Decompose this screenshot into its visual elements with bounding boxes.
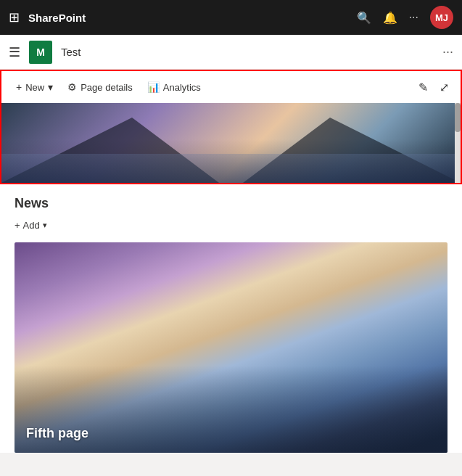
edit-icon[interactable]: ✎ bbox=[416, 78, 431, 97]
page-details-label: Page details bbox=[81, 82, 133, 93]
bell-icon[interactable]: 🔔 bbox=[383, 11, 397, 25]
gear-icon: ⚙ bbox=[67, 81, 77, 93]
nav-actions: 🔍 🔔 ··· MJ bbox=[357, 6, 453, 29]
add-plus-icon: + bbox=[15, 220, 20, 231]
site-logo: M bbox=[29, 41, 52, 64]
news-card-image bbox=[15, 242, 447, 453]
news-title: News bbox=[15, 196, 447, 211]
news-card[interactable]: Fifth page bbox=[15, 242, 447, 453]
new-button[interactable]: + New ▾ bbox=[10, 78, 59, 97]
site-more-icon[interactable]: ··· bbox=[442, 44, 453, 60]
avatar[interactable]: MJ bbox=[430, 6, 453, 29]
scrollbar-thumb[interactable] bbox=[455, 103, 461, 132]
hamburger-icon[interactable]: ☰ bbox=[9, 44, 20, 60]
new-label: New bbox=[25, 82, 44, 93]
page-details-button[interactable]: ⚙ Page details bbox=[62, 78, 139, 97]
site-header: ☰ M Test ··· bbox=[0, 35, 462, 70]
water-reflection bbox=[1, 154, 461, 183]
scrollbar-track bbox=[455, 103, 461, 183]
add-label: Add bbox=[23, 220, 40, 231]
hero-banner bbox=[1, 103, 461, 183]
toolbar-wrapper: + New ▾ ⚙ Page details 📊 Analytics ✎ ⤢ bbox=[0, 70, 462, 184]
add-button[interactable]: + Add ▾ bbox=[15, 217, 47, 234]
grid-icon[interactable]: ⊞ bbox=[9, 9, 20, 25]
site-name: Test bbox=[61, 46, 434, 58]
top-navigation: ⊞ SharePoint 🔍 🔔 ··· MJ bbox=[0, 0, 462, 35]
toolbar-right: ✎ ⤢ bbox=[416, 78, 452, 97]
fullscreen-icon[interactable]: ⤢ bbox=[437, 78, 452, 97]
new-chevron-icon: ▾ bbox=[48, 81, 53, 93]
analytics-label: Analytics bbox=[163, 82, 201, 93]
content-area: News + Add ▾ Fifth page bbox=[0, 184, 462, 453]
ellipsis-icon[interactable]: ··· bbox=[409, 11, 418, 24]
toolbar: + New ▾ ⚙ Page details 📊 Analytics ✎ ⤢ bbox=[1, 71, 461, 103]
add-chevron-icon: ▾ bbox=[43, 221, 47, 230]
chart-icon: 📊 bbox=[147, 81, 160, 93]
search-icon[interactable]: 🔍 bbox=[357, 11, 371, 25]
news-card-title: Fifth page bbox=[26, 426, 88, 441]
app-name: SharePoint bbox=[28, 12, 348, 24]
plus-icon: + bbox=[16, 81, 22, 93]
analytics-button[interactable]: 📊 Analytics bbox=[141, 78, 207, 97]
